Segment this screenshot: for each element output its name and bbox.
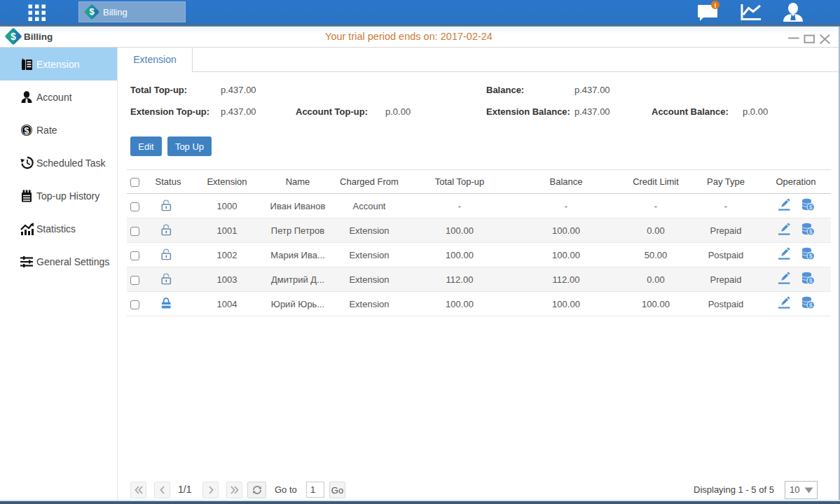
svg-text:!: ! (715, 2, 717, 9)
svg-text:$: $ (25, 125, 29, 135)
